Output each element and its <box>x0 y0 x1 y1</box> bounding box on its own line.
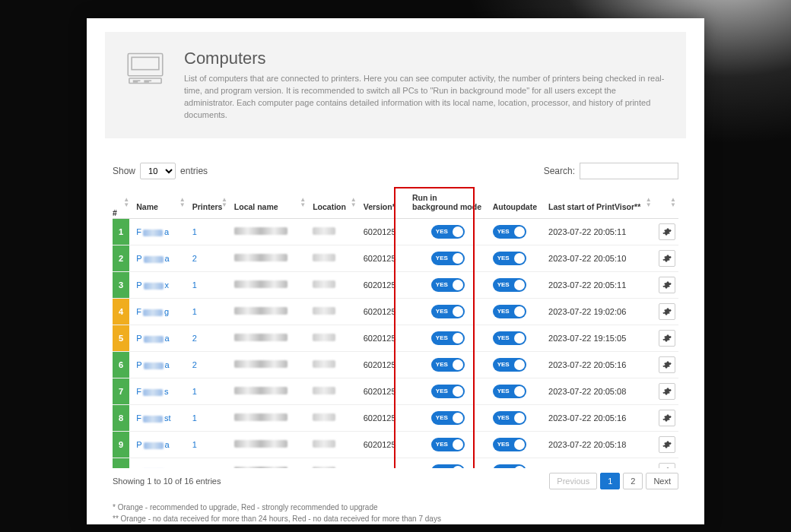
last-start-value: 2023-07-22 20:05:16 <box>548 413 626 423</box>
bgmode-toggle[interactable]: YES <box>431 278 465 292</box>
row-settings-button[interactable] <box>659 330 675 347</box>
printers-link[interactable]: 1 <box>192 227 197 236</box>
bgmode-toggle[interactable]: YES <box>431 331 465 345</box>
bgmode-toggle[interactable]: YES <box>431 305 465 318</box>
col-printers[interactable]: Printers▲▼ <box>188 187 230 219</box>
pagination: Previous 1 2 Next <box>549 473 678 489</box>
gear-icon <box>662 467 672 468</box>
version-value: 6020125 <box>364 334 396 343</box>
printers-link[interactable]: 1 <box>192 467 197 468</box>
row-settings-button[interactable] <box>659 277 675 293</box>
page-1-button[interactable]: 1 <box>600 473 620 489</box>
printers-link[interactable]: 1 <box>192 387 197 396</box>
row-settings-button[interactable] <box>659 463 675 468</box>
next-button[interactable]: Next <box>646 473 678 489</box>
local-name-value <box>234 254 287 261</box>
row-settings-button[interactable] <box>659 250 675 267</box>
printers-link[interactable]: 2 <box>192 360 197 369</box>
computers-table: #▲▼ Name▲▼ Printers▲▼ Local name▲▼ Locat… <box>113 187 678 468</box>
autoupdate-toggle[interactable]: YES <box>493 252 526 265</box>
version-value: 6020125 <box>364 360 396 369</box>
computer-name-link[interactable]: Fa <box>136 227 169 236</box>
row-index-badge: 3 <box>113 272 129 298</box>
prev-button[interactable]: Previous <box>549 473 597 489</box>
printers-link[interactable]: 1 <box>192 440 197 449</box>
showing-text: Showing 1 to 10 of 16 entries <box>113 477 221 486</box>
computer-name-link[interactable]: Fst <box>136 413 170 423</box>
row-index-badge: 6 <box>113 352 129 378</box>
col-local[interactable]: Local name▲▼ <box>230 187 308 219</box>
printers-link[interactable]: 1 <box>192 413 197 423</box>
row-settings-button[interactable] <box>659 356 675 373</box>
col-index[interactable]: #▲▼ <box>113 187 132 219</box>
table-row: 6 Pa 2 6020125 YES YES 2023-07-22 20:05:… <box>113 351 678 378</box>
table-row: 9 Pa 1 6020125 YES YES 2023-07-22 20:05:… <box>113 431 678 458</box>
computer-name-link[interactable]: Pa <box>136 254 169 263</box>
col-version[interactable]: Version* <box>359 187 408 219</box>
gear-icon <box>662 227 672 236</box>
col-name[interactable]: Name▲▼ <box>132 187 187 219</box>
page-2-button[interactable]: 2 <box>623 473 643 489</box>
row-index-badge: 5 <box>113 325 129 351</box>
printers-link[interactable]: 1 <box>192 307 197 316</box>
table-row: 4 Fg 1 6020125 YES YES 2023-07-22 19:02:… <box>113 298 678 325</box>
location-value <box>313 413 335 421</box>
col-laststart[interactable]: Last start of PrintVisor**▲▼ <box>544 187 654 219</box>
autoupdate-toggle[interactable]: YES <box>493 305 526 318</box>
last-start-value: 2023-07-22 20:05:11 <box>548 280 626 290</box>
row-settings-button[interactable] <box>659 410 675 426</box>
table-row: 7 Fs 1 6020125 YES YES 2023-07-22 20:05:… <box>113 378 678 404</box>
printers-link[interactable]: 2 <box>192 254 197 263</box>
col-location[interactable]: Location▲▼ <box>308 187 359 219</box>
computer-name-link[interactable]: Px <box>136 280 169 290</box>
entries-select[interactable]: 10 <box>140 163 176 179</box>
version-value: 6020125 <box>364 307 396 316</box>
bgmode-toggle[interactable]: YES <box>431 438 465 451</box>
computer-name-link[interactable]: Pa <box>136 467 169 468</box>
bgmode-toggle[interactable]: YES <box>431 464 465 468</box>
computer-name-link[interactable]: Fs <box>136 387 168 396</box>
table-row: 5 Pa 2 6020125 YES YES 2023-07-22 19:15:… <box>113 325 678 351</box>
row-settings-button[interactable] <box>659 303 675 320</box>
search-input[interactable] <box>580 163 678 179</box>
autoupdate-toggle[interactable]: YES <box>493 438 526 451</box>
autoupdate-toggle[interactable]: YES <box>493 358 526 372</box>
computer-name-link[interactable]: Pa <box>136 334 169 343</box>
bgmode-toggle[interactable]: YES <box>431 225 465 239</box>
gear-icon <box>662 254 672 263</box>
row-index-badge: 4 <box>113 299 129 325</box>
autoupdate-toggle[interactable]: YES <box>493 225 526 239</box>
table-footer: Showing 1 to 10 of 16 entries Previous 1… <box>113 473 678 489</box>
bgmode-toggle[interactable]: YES <box>431 252 465 265</box>
bgmode-toggle[interactable]: YES <box>431 385 465 398</box>
local-name-value <box>234 413 287 421</box>
local-name-value <box>234 307 287 315</box>
gear-icon <box>662 413 672 423</box>
autoupdate-toggle[interactable]: YES <box>493 385 526 398</box>
row-settings-button[interactable] <box>659 223 675 240</box>
row-index-badge: 8 <box>113 405 129 431</box>
autoupdate-toggle[interactable]: YES <box>493 411 526 425</box>
computer-name-link[interactable]: Pa <box>136 360 169 369</box>
autoupdate-toggle[interactable]: YES <box>493 464 526 468</box>
computer-name-link[interactable]: Fg <box>136 307 169 316</box>
version-value: 6020125 <box>364 467 396 468</box>
row-settings-button[interactable] <box>659 436 675 453</box>
last-start-value: 2023-07-22 20:05:08 <box>548 387 626 396</box>
col-autoupdate[interactable]: Autoupdate <box>488 187 544 219</box>
gear-icon <box>662 360 672 369</box>
version-value: 6020125 <box>364 413 396 423</box>
col-bgmode[interactable]: Run in background mode <box>408 187 488 219</box>
entries-label: entries <box>180 166 208 176</box>
version-value: 6020125 <box>364 254 396 263</box>
printers-link[interactable]: 1 <box>192 280 197 290</box>
autoupdate-toggle[interactable]: YES <box>493 331 526 345</box>
bgmode-toggle[interactable]: YES <box>431 411 465 425</box>
printers-link[interactable]: 2 <box>192 334 197 343</box>
autoupdate-toggle[interactable]: YES <box>493 278 526 292</box>
bgmode-toggle[interactable]: YES <box>431 358 465 372</box>
table-row: 2 Pa 2 6020125 YES YES 2023-07-22 20:05:… <box>113 245 678 271</box>
row-settings-button[interactable] <box>659 383 675 400</box>
location-value <box>313 360 335 368</box>
computer-name-link[interactable]: Pa <box>136 440 169 449</box>
